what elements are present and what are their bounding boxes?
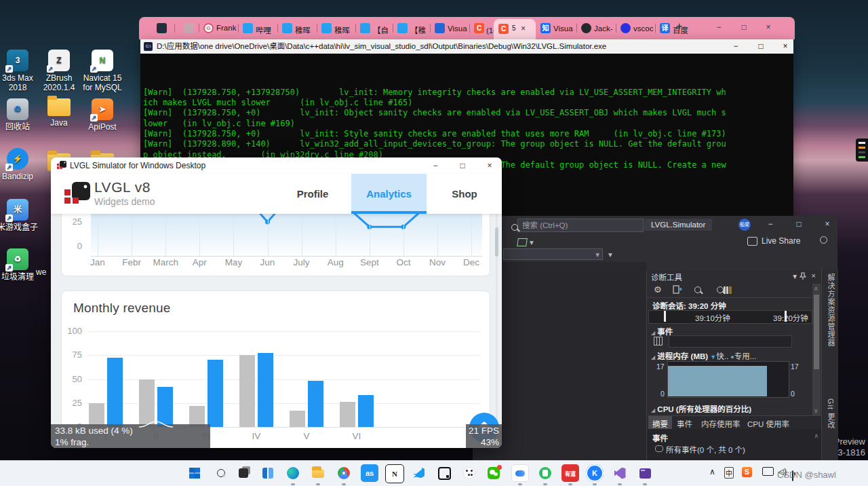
timeline-marker[interactable] <box>785 311 787 322</box>
console-minimize-button[interactable]: − <box>724 39 747 54</box>
evernote-button[interactable] <box>536 464 554 482</box>
memory-section-header[interactable]: ◢ 进程内存 (MB) ▼快.. ●专用... <box>651 350 756 361</box>
person-icon[interactable] <box>820 236 827 244</box>
browser-close-button[interactable]: × <box>757 22 780 32</box>
tab-git-changes[interactable]: Git 更改 <box>825 398 836 429</box>
terminal-app-button[interactable] <box>636 464 654 482</box>
chart-icon[interactable] <box>724 286 732 294</box>
cls-app-button[interactable]: as <box>361 464 378 482</box>
ime-indicator[interactable]: 中 <box>724 467 734 479</box>
tab-label[interactable]: 稚晖 <box>334 24 357 35</box>
desktop-icon-apipost[interactable]: ➤↗ ApiPost <box>81 98 124 132</box>
baidu-netdisk-button[interactable] <box>511 464 529 482</box>
debug-target-icon[interactable] <box>517 238 528 246</box>
tab-cpu-usage[interactable]: CPU 使用率 <box>747 418 789 429</box>
lvgl-minimize-button[interactable]: − <box>424 157 447 174</box>
bilibili-tv-icon[interactable] <box>321 23 332 33</box>
tab-label[interactable]: Visua <box>448 24 471 33</box>
timeline-marker[interactable] <box>664 311 666 322</box>
vs-close-button[interactable]: × <box>816 219 839 229</box>
notion-button[interactable]: N <box>385 464 404 483</box>
close-icon[interactable]: × <box>811 272 816 280</box>
pin-icon[interactable] <box>800 272 806 280</box>
scrollbar-thumb[interactable] <box>814 295 819 369</box>
zhihu-icon[interactable]: 知 <box>540 23 551 33</box>
lvgl-maximize-button[interactable]: □ <box>451 157 474 174</box>
browser-muted-tab-icon[interactable] <box>184 23 194 33</box>
scrollbar-thumb[interactable] <box>495 227 498 257</box>
tab-solution-explorer[interactable]: 解决方案资源管理器 <box>825 274 836 347</box>
search-button[interactable] <box>212 464 230 482</box>
translate-icon[interactable]: 译 <box>660 23 670 33</box>
sogou-tray-icon[interactable]: S <box>742 467 752 477</box>
youdao-button[interactable]: 有道 <box>561 464 579 482</box>
scroll-up-icon[interactable]: ∧ <box>814 432 818 439</box>
export-icon[interactable] <box>673 285 682 294</box>
tab-label[interactable]: 稚晖 <box>295 24 318 35</box>
new-tab-button[interactable]: + <box>676 20 682 33</box>
desktop-icon-zbrush[interactable]: Z↗ ZBrush 2020.1.4 <box>37 50 81 92</box>
desktop-icon-bandizip[interactable]: ⚡↗ Bandizip <box>0 148 39 181</box>
tab-profile[interactable]: Profile <box>285 174 340 214</box>
lvgl-titlebar[interactable]: LVGL Simulator for Windows Desktop − □ × <box>51 157 502 174</box>
grid-site-icon[interactable] <box>435 23 445 33</box>
tab-events[interactable]: 事件 <box>677 418 692 429</box>
widgets-button[interactable] <box>259 464 277 482</box>
console-titlebar[interactable]: C:\ D:\应用数据\one drive\OneDrive\桌面\Data\c… <box>140 39 793 54</box>
desktop-icon-3dsmax[interactable]: 3↗ 3ds Max 2018 <box>0 50 39 92</box>
dots-app-button[interactable] <box>460 464 478 482</box>
live-share-button[interactable]: Live Share <box>762 236 800 246</box>
vs-toolbar-combobox[interactable]: ▾ <box>503 248 603 260</box>
desktop-icon-java[interactable]: Java <box>37 96 81 128</box>
csdn-icon[interactable]: C <box>474 23 484 33</box>
desktop-icon-game-box[interactable]: 米↗ 米游戏盒子 <box>0 199 39 232</box>
wechat-button[interactable] <box>485 464 502 482</box>
zoom-in-icon[interactable] <box>694 286 701 293</box>
tab-label[interactable]: Jack- <box>594 24 617 33</box>
console-close-button[interactable]: × <box>774 39 797 54</box>
vs-account-avatar[interactable]: 船梁 <box>738 219 751 231</box>
vs-minimize-button[interactable]: − <box>759 219 782 229</box>
bilibili-tv-icon[interactable] <box>282 23 292 33</box>
start-button[interactable] <box>186 464 203 482</box>
tab-shop[interactable]: Shop <box>437 174 492 214</box>
dropdown-icon[interactable]: ▾ <box>608 250 612 259</box>
desktop-icon-cleaner[interactable]: ♻↗ 垃圾清理 <box>0 248 39 282</box>
dropdown-icon[interactable]: ▾ <box>530 238 534 247</box>
bilibili-tv-icon[interactable] <box>243 23 253 33</box>
vscode-button[interactable] <box>410 464 428 482</box>
browser-tab-active[interactable]: C 5 × <box>494 19 536 39</box>
desktop-icon-navicat[interactable]: N↗ Navicat 15 for MySQL <box>81 50 124 92</box>
all-events-link[interactable]: 所有事件(0 个, 共 0 个) <box>666 444 745 455</box>
tab-memory-usage[interactable]: 内存使用率 <box>701 418 741 429</box>
browser-minimize-button[interactable]: − <box>707 22 730 32</box>
bilibili-tv-icon[interactable] <box>360 23 370 33</box>
close-tab-icon[interactable]: × <box>521 24 526 33</box>
dropdown-icon[interactable]: ▾ <box>793 272 797 281</box>
scroll-up-icon[interactable]: ∧ <box>814 285 818 292</box>
square-app-button[interactable] <box>435 464 453 482</box>
tab-label[interactable]: Visua <box>553 24 576 33</box>
diagnostics-header[interactable]: 诊断工具 ▾ × <box>647 270 821 282</box>
console-maximize-button[interactable]: □ <box>749 39 772 54</box>
gear-icon[interactable]: ⚙ <box>654 284 662 295</box>
zoom-out-icon[interactable] <box>717 286 724 293</box>
tab-label[interactable]: vscoc <box>633 24 656 33</box>
scroll-down-icon[interactable]: ∨ <box>814 407 818 414</box>
file-explorer-button[interactable] <box>309 464 327 482</box>
edge-button[interactable] <box>284 464 302 482</box>
cpu-section-header[interactable]: ◢ CPU (所有处理器的百分比) <box>651 403 751 414</box>
vs-search-input[interactable]: 搜索 (Ctrl+Q) <box>517 219 644 232</box>
github-icon[interactable] <box>581 23 591 33</box>
tray-chevron-up-icon[interactable]: ∧ <box>709 467 715 476</box>
baidu-icon[interactable] <box>620 23 631 33</box>
browser-window-icon[interactable] <box>157 23 167 33</box>
tab-analytics[interactable]: Analytics <box>351 174 427 214</box>
chrome-button[interactable] <box>335 464 353 482</box>
visual-studio-button[interactable] <box>611 464 629 482</box>
diagnostics-timeline[interactable]: 39:10分钟 39:20分钟 <box>648 310 812 324</box>
display-tray-icon[interactable] <box>762 467 774 476</box>
diagnostics-scrollbar[interactable]: ∧ ∨ <box>812 284 821 415</box>
line-chart-plot[interactable] <box>91 214 482 257</box>
bilibili-tv-icon[interactable] <box>397 23 408 33</box>
